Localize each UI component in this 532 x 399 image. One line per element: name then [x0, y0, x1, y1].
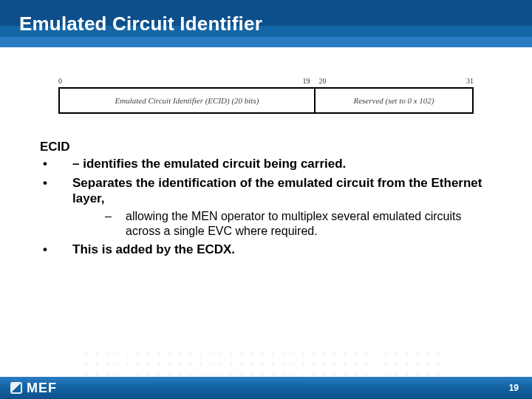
ecid-field: Emulated Circuit Identifier (ECID) (20 b… [60, 89, 316, 112]
sub-bullet-list: allowing the MEN operator to multiplex s… [72, 209, 492, 239]
bullet-item: – identifies the emulated circuit being … [40, 156, 492, 171]
bit-label-20: 20 [318, 77, 326, 85]
title-banner: Emulated Circuit Identifier [0, 0, 532, 47]
footer-bar: MEF 19 [0, 377, 532, 399]
sub-bullet-text: allowing the MEN operator to multiplex s… [126, 210, 461, 237]
body-text: ECID – identifies the emulated circuit b… [0, 121, 532, 257]
bit-label-0: 0 [58, 77, 62, 85]
bullet-item: This is added by the ECDX. [40, 242, 492, 257]
bullet-list: – identifies the emulated circuit being … [40, 156, 492, 257]
bullet-item: Separates the identification of the emul… [40, 175, 492, 239]
bit-ruler: 0 19 20 31 [58, 77, 474, 86]
bullet-text: Separates the identification of the emul… [72, 176, 482, 205]
logo-text: MEF [27, 381, 57, 396]
bit-label-19: 19 [302, 77, 310, 85]
mef-logo: MEF [10, 381, 57, 396]
reserved-field: Reserved (set to 0 x 102) [316, 89, 472, 112]
logo-glyph-icon [10, 382, 22, 394]
slide: Emulated Circuit Identifier 0 19 20 31 E… [0, 0, 532, 399]
body-heading: ECID [40, 139, 492, 154]
slide-title: Emulated Circuit Identifier [19, 13, 262, 35]
bullet-text: This is added by the ECDX. [72, 242, 235, 256]
page-number: 19 [509, 383, 519, 393]
bullet-text: – identifies the emulated circuit being … [72, 157, 346, 171]
bit-label-31: 31 [466, 77, 474, 85]
diagram-area: 0 19 20 31 Emulated Circuit Identifier (… [0, 47, 532, 121]
sub-bullet-item: allowing the MEN operator to multiplex s… [72, 209, 492, 239]
field-diagram: Emulated Circuit Identifier (ECID) (20 b… [58, 87, 474, 114]
